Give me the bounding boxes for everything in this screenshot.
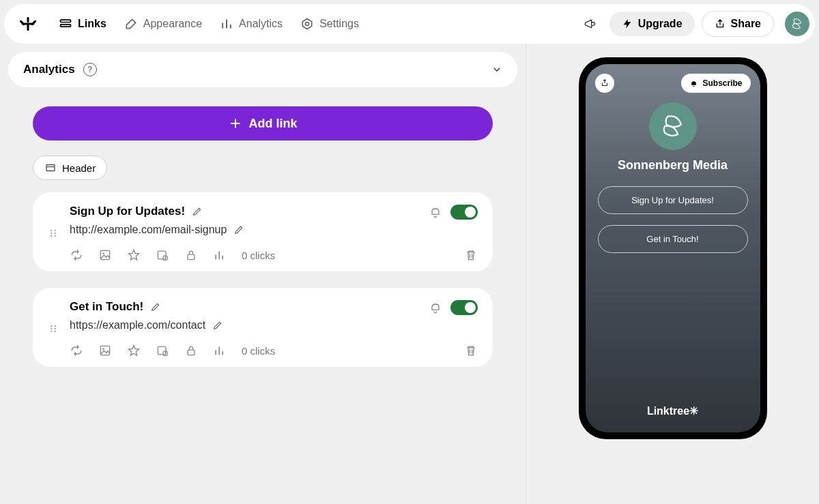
svg-point-15	[51, 235, 52, 237]
svg-point-22	[51, 325, 52, 327]
drag-handle[interactable]	[48, 205, 63, 262]
header-label: Header	[62, 162, 96, 174]
tab-appearance-label: Appearance	[143, 18, 202, 30]
subscribe-label: Subscribe	[702, 78, 742, 88]
link-title: Sign Up for Updates!	[70, 205, 185, 218]
svg-rect-17	[100, 250, 109, 259]
edit-url-icon[interactable]	[233, 224, 244, 235]
nav-tabs: Links Appearance Analytics Settings	[59, 17, 359, 31]
svg-rect-28	[100, 346, 109, 355]
share-label: Share	[731, 18, 761, 30]
tab-links[interactable]: Links	[59, 17, 106, 31]
avatar-leaf-icon	[788, 14, 807, 33]
link-title: Get in Touch!	[70, 300, 143, 314]
phone-screen: Subscribe Sonnenberg Media Sign Up for U…	[586, 64, 760, 432]
drag-handle[interactable]	[48, 300, 63, 357]
megaphone-icon	[584, 17, 597, 31]
trash-icon[interactable]	[464, 248, 478, 262]
add-link-label: Add link	[249, 117, 298, 131]
enabled-toggle[interactable]	[450, 300, 478, 315]
click-count: 0 clicks	[242, 250, 275, 261]
tab-links-label: Links	[78, 18, 106, 30]
drag-icon	[48, 323, 59, 334]
svg-point-25	[55, 328, 56, 329]
share-icon	[600, 78, 609, 88]
footer-brand: Linktree	[647, 405, 689, 417]
main-area: Analytics ? Add link Header	[0, 44, 819, 504]
thumbnail-icon[interactable]	[98, 344, 112, 357]
upgrade-button[interactable]: Upgrade	[609, 12, 695, 36]
bell-icon[interactable]	[429, 205, 442, 219]
svg-point-29	[102, 348, 104, 350]
left-panel: Analytics ? Add link Header	[0, 44, 526, 504]
upgrade-label: Upgrade	[638, 18, 682, 30]
star-icon[interactable]	[127, 248, 141, 262]
svg-point-14	[55, 233, 56, 234]
svg-point-13	[51, 233, 52, 234]
lightning-icon	[622, 18, 633, 29]
preview-profile-name: Sonnenberg Media	[618, 158, 728, 173]
click-count: 0 clicks	[242, 345, 275, 357]
lock-icon[interactable]	[184, 248, 198, 262]
edit-url-icon[interactable]	[212, 320, 223, 331]
thumbnail-icon[interactable]	[98, 248, 112, 262]
svg-rect-32	[188, 350, 195, 355]
svg-point-12	[55, 230, 56, 231]
settings-icon	[300, 17, 314, 31]
linktree-logo-icon	[19, 15, 37, 33]
add-header-button[interactable]: Header	[33, 155, 107, 180]
svg-point-24	[51, 328, 52, 329]
announcements-button[interactable]	[578, 12, 603, 36]
svg-rect-5	[61, 20, 71, 22]
footer-symbol: ✳	[689, 405, 698, 417]
share-button[interactable]: Share	[702, 11, 774, 37]
link-card: Get in Touch! https://example.com/contac…	[33, 288, 493, 367]
svg-rect-6	[61, 25, 71, 27]
drag-icon	[48, 228, 59, 239]
star-icon[interactable]	[127, 344, 141, 357]
enabled-toggle[interactable]	[450, 205, 478, 220]
subscribe-button[interactable]: Subscribe	[681, 74, 750, 93]
svg-rect-0	[27, 25, 29, 31]
preview-share-button[interactable]	[595, 74, 614, 93]
tab-analytics-label: Analytics	[239, 18, 283, 30]
bell-icon[interactable]	[429, 301, 442, 314]
avatar-leaf-icon	[657, 110, 689, 143]
bell-filled-icon	[689, 79, 698, 88]
svg-rect-4	[22, 23, 34, 25]
link-url: http://example.com/email-signup	[70, 224, 227, 236]
edit-title-icon[interactable]	[150, 301, 161, 312]
schedule-icon[interactable]	[156, 248, 169, 262]
help-icon[interactable]: ?	[83, 63, 97, 76]
svg-point-26	[51, 331, 52, 332]
svg-point-23	[55, 325, 56, 327]
chart-icon[interactable]	[213, 344, 227, 357]
tab-settings[interactable]: Settings	[300, 17, 359, 31]
svg-point-11	[51, 230, 52, 231]
tab-settings-label: Settings	[319, 18, 359, 30]
analytics-panel[interactable]: Analytics ?	[8, 52, 517, 87]
schedule-icon[interactable]	[156, 344, 169, 357]
link-cards: Sign Up for Updates! http://example.com/…	[0, 180, 526, 367]
add-link-button[interactable]: Add link	[33, 106, 493, 140]
redirect-icon[interactable]	[70, 344, 83, 357]
chart-icon[interactable]	[213, 248, 227, 262]
edit-title-icon[interactable]	[192, 206, 203, 217]
svg-point-18	[102, 252, 104, 254]
preview-link-item[interactable]: Sign Up for Updates!	[598, 186, 748, 214]
link-card: Sign Up for Updates! http://example.com/…	[33, 192, 493, 271]
chevron-down-icon	[491, 64, 502, 75]
avatar[interactable]	[785, 12, 809, 36]
redirect-icon[interactable]	[70, 248, 83, 262]
trash-icon[interactable]	[464, 344, 478, 357]
svg-rect-21	[188, 254, 195, 260]
plus-icon	[229, 117, 242, 130]
lock-icon[interactable]	[184, 344, 198, 357]
svg-point-16	[55, 235, 56, 237]
tab-analytics[interactable]: Analytics	[220, 17, 283, 31]
preview-link-item[interactable]: Get in Touch!	[598, 225, 748, 253]
top-nav: Links Appearance Analytics Settings Upgr…	[4, 4, 815, 44]
tab-appearance[interactable]: Appearance	[124, 17, 202, 31]
links-icon	[59, 17, 72, 31]
preview-avatar	[649, 102, 697, 150]
